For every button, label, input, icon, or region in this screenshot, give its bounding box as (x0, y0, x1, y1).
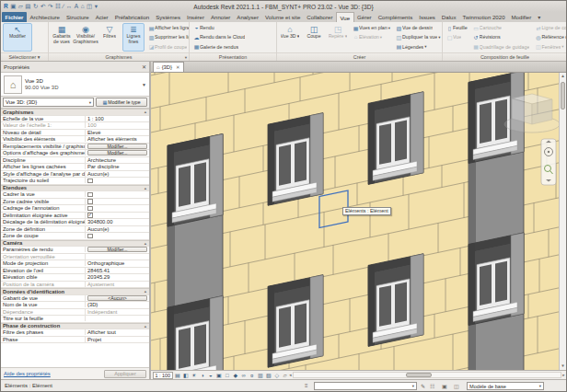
window[interactable] (268, 113, 323, 206)
default-3d-view-icon[interactable]: ⌂ (81, 1, 85, 12)
ribbon-button-supprimer-les-lignes-cachees[interactable]: ▥Supprimer les lignes cachées (146, 32, 189, 41)
property-checkbox[interactable] (87, 234, 93, 239)
window[interactable] (368, 92, 423, 185)
ribbon-tab-fichier[interactable]: Fichier (2, 12, 27, 22)
scroll-down-icon[interactable]: ▼ (561, 363, 565, 370)
property-value-text[interactable]: 20345.29 (87, 274, 110, 280)
visual-style-icon[interactable]: ◧ (182, 372, 190, 378)
ribbon-button-vue-de-dessin[interactable]: ▨Vue de dessin (394, 23, 442, 32)
property-value-text[interactable]: 304800.00 (87, 219, 112, 225)
ribbon-tab-complements[interactable]: Compléments (375, 12, 416, 22)
show-crop-icon[interactable]: □ (224, 373, 231, 378)
property-checkbox[interactable] (87, 192, 93, 198)
ribbon-tab-vue[interactable]: Vue (336, 12, 354, 22)
design-options-combo[interactable]: Modèle de base ▾ (467, 382, 544, 390)
ribbon-button-visibilite-graphismes[interactable]: ◉Visibilité/ Graphismes (75, 23, 97, 52)
window[interactable] (469, 233, 524, 326)
ribbon-panel-label-graphismes[interactable]: Graphismes▾ (49, 52, 189, 61)
property-checkbox[interactable]: ✓ (87, 213, 93, 218)
ribbon-tab-architecture[interactable]: Architecture (27, 12, 64, 22)
redo-icon[interactable]: ↷ (48, 1, 52, 12)
dialog-launcher-icon[interactable]: ▾ (185, 55, 187, 60)
hide-analytical-icon[interactable]: ▧ (265, 372, 272, 378)
close-icon[interactable]: ✕ (176, 64, 180, 70)
property-value-button[interactable]: <Aucun> (87, 295, 147, 301)
property-section-graphismes[interactable]: Graphismes▴ (1, 109, 149, 116)
ribbon-tab-modifier[interactable]: Modifier (508, 12, 535, 22)
render-dialog-icon[interactable]: ◒ (207, 373, 214, 378)
collapse-icon[interactable]: ▴ (145, 324, 146, 329)
property-checkbox[interactable] (87, 199, 93, 204)
print-icon[interactable]: ☷ (55, 1, 61, 12)
save-icon[interactable]: ▤ (25, 1, 30, 12)
collapse-icon[interactable]: ▴ (145, 186, 146, 190)
property-value-text[interactable]: Projet (87, 337, 101, 342)
ribbon-button-dupliquer-la-vue[interactable]: ◫Dupliquer la vue▾ (394, 32, 442, 41)
ribbon-panel-label-selectionner[interactable]: Sélectionner ▾ (1, 52, 48, 61)
property-value-text[interactable]: 1 : 100 (87, 116, 104, 121)
revit-logo[interactable]: R (4, 1, 8, 12)
vertical-scroll-thumb[interactable] (561, 82, 565, 110)
property-value-text[interactable]: 100 (87, 122, 97, 128)
property-value-text[interactable]: Afficher tout (87, 329, 116, 335)
property-value-button[interactable]: Modifier... (87, 247, 147, 252)
ribbon-button-filtres[interactable]: ▽Filtres (98, 23, 121, 52)
horizontal-scrollbar[interactable]: ▱ ◂ ▸ (283, 371, 567, 379)
qat-customize-icon[interactable]: ▾ (95, 1, 98, 12)
lock-3d-view-icon[interactable]: ◆ (232, 372, 239, 378)
ribbon-button-reference-de-vue[interactable]: ◎Référence de vue (533, 32, 567, 41)
window[interactable] (168, 134, 223, 227)
worksets-icon[interactable]: ≡ (305, 383, 308, 388)
property-section-camera[interactable]: Caméra▴ (1, 240, 149, 248)
collapse-icon[interactable]: ▴ (145, 241, 146, 246)
property-section-phase-de-construction[interactable]: Phase de construction▴ (1, 323, 149, 330)
property-checkbox[interactable] (87, 179, 93, 184)
worksets-combo[interactable]: ▾ (314, 382, 417, 390)
property-value-text[interactable]: {3D} (87, 302, 98, 307)
ribbon-tab-annoter[interactable]: Annoter (207, 12, 233, 22)
ribbon-button-afficher-les-lignes-cachees[interactable]: ▤Afficher les lignes cachées (146, 23, 189, 32)
ribbon-button-vues-en-plan[interactable]: ▦Vues en plan▾ (351, 23, 392, 32)
ribbon-button-revisions[interactable]: ↺Révisions (471, 32, 532, 41)
sync-icon[interactable]: ↻ (33, 1, 38, 12)
property-value-text[interactable]: Ajustement (87, 282, 114, 287)
link-status-icon[interactable]: ☷ (430, 383, 434, 389)
edit-type-button[interactable]: ▦ Modifier le type (96, 98, 147, 107)
property-value-text[interactable]: Aucun(e) (87, 226, 110, 232)
ribbon-button-gabarits-de-vues[interactable]: ▦Gabarits de vues (51, 23, 73, 52)
undo-icon[interactable]: ↶ (40, 1, 45, 12)
property-value-text[interactable]: Elevé (87, 130, 101, 135)
design-options-icon[interactable]: ▣ (442, 383, 447, 389)
scroll-up-icon[interactable]: ▲ (561, 73, 565, 80)
vertical-scrollbar[interactable]: ▲ ▼ (559, 73, 566, 370)
property-value-text[interactable]: Indépendant (87, 309, 117, 315)
ribbon-tab-systemes[interactable]: Systèmes (153, 12, 184, 22)
view-tab-3d[interactable]: ⌂ {3D} ✕ (153, 62, 184, 72)
ribbon-button-coupe[interactable]: ◫Coupe (303, 23, 325, 52)
scroll-right-icon[interactable]: ▸ (561, 373, 566, 377)
ribbon-tab-acier[interactable]: Acier (92, 12, 111, 22)
crop-view-icon[interactable]: ▣ (215, 372, 223, 378)
property-value-button[interactable]: Modifier... (87, 150, 147, 156)
window[interactable] (368, 254, 423, 347)
ribbon-button-feuille[interactable]: ▯Feuille (445, 23, 469, 32)
detail-level-icon[interactable]: ▤ (174, 372, 181, 378)
property-checkbox[interactable] (87, 206, 93, 212)
displacement-icon[interactable]: ◇ (273, 372, 281, 378)
active-option-icon[interactable]: ◫ (454, 383, 459, 389)
ribbon-panel-label-composition[interactable]: Composition de feuille (443, 52, 567, 61)
chevron-down-icon[interactable]: ▼ (142, 82, 146, 87)
window[interactable] (168, 296, 223, 370)
reveal-hidden-icon[interactable]: ¤ (249, 373, 256, 378)
ribbon-panel-label-creer[interactable]: Créer (277, 52, 442, 61)
text-icon[interactable]: A (75, 1, 78, 12)
property-section-etendues[interactable]: Etendues▴ (1, 185, 149, 192)
apply-button[interactable]: Appliquer (104, 370, 146, 378)
ribbon-tab-twinmotion-2020[interactable]: Twinmotion 2020 (459, 12, 508, 22)
shadows-icon[interactable]: ◑ (199, 373, 206, 378)
ribbon-tab-dalux[interactable]: Dalux (438, 12, 459, 22)
ribbon-panel-label-presentation[interactable]: Présentation (190, 52, 276, 61)
measure-icon[interactable]: ∕ (63, 1, 64, 12)
close-icon[interactable]: ✕ (142, 63, 146, 70)
viewcube[interactable] (504, 94, 559, 133)
